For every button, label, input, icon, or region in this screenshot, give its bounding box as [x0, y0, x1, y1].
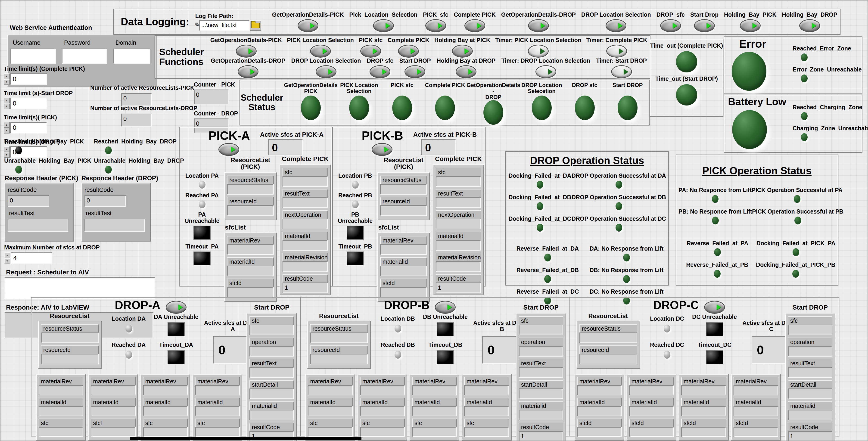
unreachable-indicator	[706, 322, 723, 336]
request-label: Request : Scheduler to AIV	[6, 269, 89, 276]
drop-c-enable-button[interactable]	[704, 301, 725, 314]
run-button[interactable]	[370, 65, 391, 78]
field-label: sfc	[39, 418, 83, 427]
pick-a-enable-button[interactable]	[218, 143, 239, 156]
run-button[interactable]	[535, 65, 556, 78]
field-value	[249, 367, 294, 378]
pick-a-active-label: Active sfcs at PICK-A	[256, 131, 328, 138]
spinner-arrows[interactable]: ▲ ▼	[4, 73, 10, 85]
field-label: materialId	[283, 231, 328, 240]
operation-status-row: Reverse_Failed_at_DA DA: No Response fro…	[508, 246, 666, 261]
resulttest-label: resultTest	[86, 210, 148, 217]
run-button[interactable]	[238, 65, 258, 78]
spinner-down-icon[interactable]: ▼	[4, 258, 10, 264]
password-field[interactable]	[62, 49, 107, 64]
drop-a-enable-button[interactable]	[166, 301, 187, 314]
run-button[interactable]	[606, 19, 626, 32]
run-button[interactable]	[456, 65, 476, 78]
time-limit-control: Time limit(s) (Complete PICK) ▲ ▼ 0	[4, 66, 85, 85]
field-label: resourceStatus	[41, 324, 99, 333]
timeout-indicator	[167, 350, 185, 364]
run-button[interactable]	[236, 45, 257, 58]
field-value	[519, 346, 563, 356]
labeled-field: materialId	[195, 398, 240, 416]
browse-button[interactable]	[250, 20, 261, 31]
pick-b-enable-button[interactable]	[372, 143, 393, 156]
domain-field[interactable]	[113, 49, 150, 64]
labeled-field: sfc	[519, 316, 563, 335]
resourcelists-pick-label: Number of active ResourceLists-PICK	[90, 85, 194, 91]
run-button[interactable]	[740, 19, 761, 32]
labeled-field: sfc	[39, 418, 83, 437]
unreachable-label: DB Unreachable	[421, 314, 469, 320]
field-value	[788, 388, 832, 399]
spinner-down-icon[interactable]: ▼	[4, 79, 10, 85]
run-button[interactable]	[660, 19, 681, 32]
location-led	[125, 325, 132, 333]
max-sfcs-value[interactable]: 4	[11, 252, 52, 264]
run-button[interactable]	[452, 45, 473, 58]
run-button[interactable]	[316, 65, 337, 78]
zone-led-group: Reached_Error_Zone	[793, 45, 862, 61]
spinner-up-icon[interactable]: ▲	[4, 252, 10, 258]
spinner-up-icon[interactable]: ▲	[4, 73, 10, 79]
run-button[interactable]	[464, 19, 485, 32]
spinner-arrows[interactable]: ▲ ▼	[4, 252, 10, 264]
run-button[interactable]	[528, 19, 549, 32]
button-label: PICK sfc	[359, 37, 383, 43]
username-field[interactable]	[10, 49, 56, 64]
request-input[interactable]	[5, 277, 155, 300]
time-limit-value[interactable]: 0	[10, 98, 47, 109]
time-limit-value[interactable]: 0	[10, 73, 47, 85]
holding-bay-led	[15, 166, 22, 174]
log-file-path-input[interactable]: ...\new_file.txt	[199, 20, 250, 31]
button-label: Pick_Location_Selection	[349, 11, 417, 18]
log-file-path-group: Log File Path: % ...\new_file.txt	[195, 13, 269, 31]
run-button[interactable]	[404, 65, 425, 78]
spinner-up-icon[interactable]: ▲	[4, 122, 10, 128]
run-button[interactable]	[611, 65, 632, 78]
start-drop-column: Start DROP sfc operation resultText star…	[516, 304, 566, 441]
status-cell: DROP Operation Successful at DC	[571, 216, 666, 231]
run-button[interactable]	[298, 19, 318, 32]
timeout-label: Timeout_DB	[421, 342, 469, 348]
unreachable-indicator	[167, 322, 185, 336]
location-label: Location PA	[181, 172, 223, 179]
status-label: Reverse_Failed_at_DB	[517, 267, 579, 273]
unreachable-indicator	[437, 322, 454, 336]
field-value	[380, 184, 427, 195]
spinner-arrows[interactable]: ▲ ▼	[4, 98, 10, 109]
labeled-field: resultText	[249, 359, 294, 378]
run-button[interactable]	[425, 19, 446, 32]
run-button[interactable]	[606, 45, 627, 58]
time-limit-value[interactable]: 0	[10, 122, 47, 133]
run-button[interactable]	[528, 45, 549, 58]
material-column-cluster: materialRev materialId sfcId	[627, 374, 676, 441]
field-value	[283, 176, 328, 187]
button-label: Holding_Bay_PICK	[724, 11, 776, 18]
spinner-arrows[interactable]: ▲ ▼	[4, 122, 10, 133]
resultcode-label: resultCode	[788, 423, 832, 431]
run-button[interactable]	[310, 45, 331, 58]
run-button[interactable]	[799, 19, 820, 32]
field-label: resultText	[519, 359, 563, 367]
drop-stations-panel: DROP-A ResourceList resourceStatus resou…	[31, 297, 839, 436]
run-button[interactable]	[398, 45, 419, 58]
labeled-field: resourceId	[580, 345, 637, 365]
labeled-field: materialRev	[629, 377, 674, 396]
spinner-down-icon[interactable]: ▼	[4, 128, 10, 133]
h-scrollbar-thumb[interactable]	[130, 437, 362, 440]
run-button[interactable]	[694, 19, 715, 32]
labeled-field: resourceStatus	[380, 176, 427, 195]
status-led	[544, 275, 551, 283]
reached-led	[352, 200, 359, 208]
function-button-group: Timer: PICK Location Selection	[493, 37, 583, 58]
resultcode-value: 1	[788, 431, 832, 441]
drop-b-enable-button[interactable]	[435, 301, 456, 314]
run-button[interactable]	[360, 45, 381, 58]
run-button[interactable]	[373, 19, 394, 32]
spinner-down-icon[interactable]: ▼	[4, 103, 10, 109]
spinner-up-icon[interactable]: ▲	[4, 98, 10, 103]
status-label: Docking_Failed_at_DC	[508, 216, 571, 222]
field-label: materialRev	[143, 377, 188, 385]
